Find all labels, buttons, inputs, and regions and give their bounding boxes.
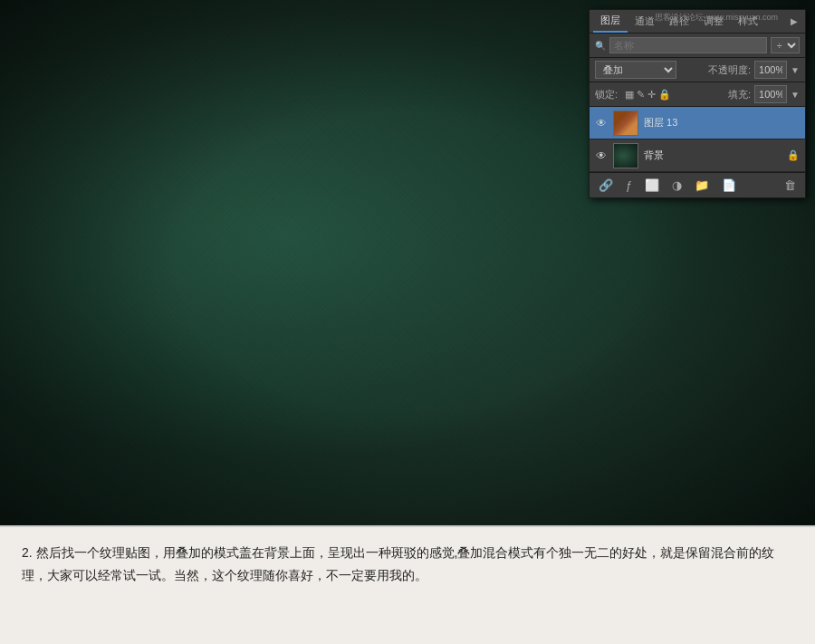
layer-mask-button[interactable]: ⬜: [641, 177, 663, 194]
panel-blend-row: 叠加 不透明度: ▼: [590, 58, 805, 82]
lock-label: 锁定:: [595, 88, 618, 101]
opacity-label: 不透明度:: [708, 63, 751, 77]
adjustment-layer-button[interactable]: ◑: [668, 177, 686, 194]
panel-watermark: 思客设计论坛 www.missyuan.com: [655, 12, 778, 24]
layer-bg-lock-icon: 🔒: [787, 149, 800, 161]
new-group-button[interactable]: 📁: [691, 177, 713, 194]
layer-search-input[interactable]: [609, 37, 767, 53]
panel-lock-row: 锁定: ▦ ✎ ✛ 🔒 填充: ▼: [590, 82, 805, 107]
delete-layer-button[interactable]: 🗑: [781, 177, 800, 194]
opacity-arrow[interactable]: ▼: [791, 65, 800, 75]
tutorial-text: 2. 然后找一个纹理贴图，用叠加的模式盖在背景上面，呈现出一种斑驳的感觉,叠加混…: [22, 542, 793, 586]
lock-pixels-icon[interactable]: ✎: [637, 89, 645, 101]
panel-search-row: 🔍 ÷: [590, 34, 805, 58]
layer-bg-name: 背景: [644, 149, 781, 162]
lock-icons: ▦ ✎ ✛ 🔒: [625, 89, 671, 101]
bottom-text-area: 2. 然后找一个纹理贴图，用叠加的模式盖在背景上面，呈现出一种斑驳的感觉,叠加混…: [0, 525, 815, 644]
fill-arrow[interactable]: ▼: [791, 90, 800, 100]
layer-13-visibility-icon[interactable]: 👁: [595, 117, 608, 130]
opacity-input[interactable]: [754, 61, 787, 79]
lock-transparent-icon[interactable]: ▦: [625, 89, 634, 101]
lock-position-icon[interactable]: ✛: [647, 89, 656, 101]
fill-input[interactable]: [754, 85, 787, 103]
layer-bg-thumbnail: [613, 143, 638, 168]
layer-row-bg[interactable]: 👁 背景 🔒: [590, 139, 805, 172]
panel-tabs: 图层 通道 路径 调整 样式 ▶ 思客设计论坛 www.missyuan.com: [590, 10, 805, 34]
layer-13-thumbnail: [613, 111, 638, 136]
layer-filter-select[interactable]: ÷: [771, 37, 800, 53]
link-layers-button[interactable]: 🔗: [595, 177, 617, 194]
panel-menu-arrow[interactable]: ▶: [787, 13, 801, 30]
fill-label: 填充:: [728, 88, 751, 101]
blend-mode-select[interactable]: 叠加: [595, 61, 676, 79]
layer-row-13[interactable]: 👁 图层 13: [590, 107, 805, 139]
search-icon: 🔍: [595, 41, 606, 51]
layers-panel: 图层 通道 路径 调整 样式 ▶ 思客设计论坛 www.missyuan.com…: [589, 9, 806, 198]
panel-toolbar: 🔗 ƒ ⬜ ◑ 📁 📄 🗑: [590, 172, 805, 197]
layer-bg-visibility-icon[interactable]: 👁: [595, 149, 608, 162]
tab-layers[interactable]: 图层: [593, 10, 628, 33]
lock-all-icon[interactable]: 🔒: [658, 89, 671, 101]
layer-style-button[interactable]: ƒ: [622, 177, 636, 194]
layer-13-name: 图层 13: [644, 116, 800, 130]
new-layer-button[interactable]: 📄: [718, 177, 740, 194]
